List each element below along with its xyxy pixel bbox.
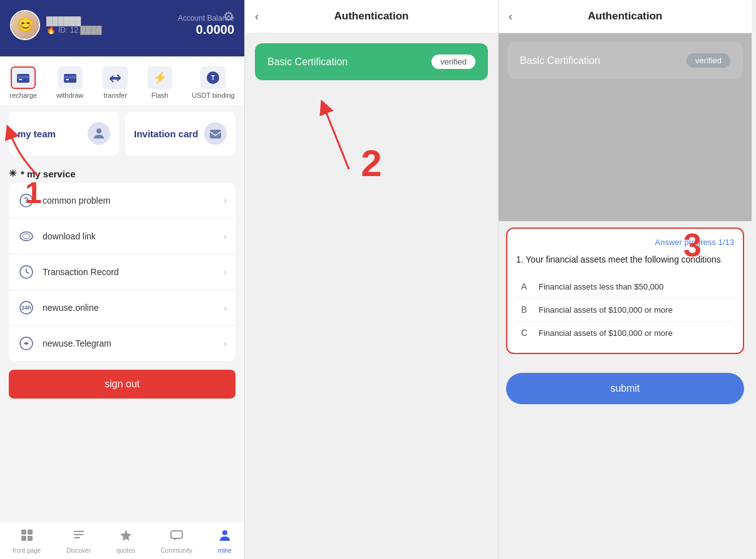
withdraw-button[interactable]: withdraw: [56, 66, 83, 99]
common-problem-icon: ?: [18, 192, 35, 209]
transaction-record-arrow: ›: [224, 267, 227, 277]
discover-icon: [72, 528, 86, 545]
submit-button[interactable]: submit: [506, 373, 744, 404]
newuse-online-arrow: ›: [224, 303, 227, 313]
header-section: ⚙ 😊 ██████ 🔥 ID: 12.████ Account Balance…: [0, 0, 244, 56]
svg-text:24h: 24h: [21, 305, 31, 311]
quotes-icon: [119, 528, 133, 545]
download-link-item[interactable]: download link ›: [9, 219, 236, 254]
usdt-button[interactable]: T USDT binding: [192, 66, 234, 99]
right-cert-card: Basic Certification verified: [507, 42, 743, 79]
invitation-icon: [204, 122, 227, 145]
cert-label: Basic Certification: [267, 56, 348, 68]
nav-community[interactable]: Community: [160, 528, 192, 554]
right-header: ‹ Authentication: [499, 0, 752, 33]
my-service-header: ✳ * my service: [0, 162, 244, 183]
bottom-nav: front page Discover quotes Community min…: [0, 521, 244, 559]
right-back-button[interactable]: ‹: [509, 10, 512, 23]
common-problem-arrow: ›: [224, 196, 227, 206]
user-info: ██████ 🔥 ID: 12.████: [46, 16, 172, 34]
flash-label: Flash: [152, 91, 168, 99]
option-c-text: Financial assets of $100,000 or more: [539, 328, 673, 338]
svg-rect-24: [74, 537, 80, 538]
basic-cert-card[interactable]: Basic Certification verified: [255, 43, 488, 80]
newuse-online-icon: 24h: [18, 299, 35, 316]
action-buttons: recharge withdraw transfer ⚡ Flash T USD…: [0, 58, 244, 105]
svg-rect-9: [210, 130, 221, 138]
flash-icon: ⚡: [147, 66, 172, 89]
nav-quotes[interactable]: quotes: [117, 528, 135, 554]
svg-rect-21: [28, 536, 33, 541]
nav-mine[interactable]: mine: [218, 528, 232, 554]
gear-icon[interactable]: ⚙: [223, 9, 234, 24]
download-link-arrow: ›: [224, 231, 227, 241]
quiz-option-b[interactable]: B Financial assets of $100,000 or more: [516, 298, 734, 321]
svg-rect-22: [74, 531, 84, 532]
sign-out-button[interactable]: sign out: [9, 370, 236, 399]
withdraw-icon: [58, 66, 83, 89]
quiz-option-a[interactable]: A Financial assets less than $50,000: [516, 275, 734, 298]
newuse-online-item[interactable]: 24h newuse.online ›: [9, 290, 236, 326]
transfer-button[interactable]: transfer: [103, 66, 128, 99]
middle-content: Basic Certification verified 2: [245, 33, 498, 559]
svg-point-13: [23, 234, 30, 239]
service-list: ? common problem › download link › Trans…: [9, 183, 236, 361]
svg-point-12: [20, 232, 33, 241]
my-team-label: my team: [18, 128, 56, 139]
svg-rect-23: [74, 534, 84, 535]
middle-back-button[interactable]: ‹: [255, 10, 259, 23]
recharge-button[interactable]: recharge: [9, 66, 36, 99]
option-b-letter: B: [521, 305, 531, 315]
option-b-text: Financial assets of $100,000 or more: [539, 305, 673, 315]
front-page-label: front page: [13, 547, 41, 554]
user-row: 😊 ██████ 🔥 ID: 12.████ Account Balance 0…: [10, 10, 234, 40]
middle-title: Authentication: [334, 10, 409, 23]
option-a-letter: A: [521, 281, 531, 291]
svg-rect-1: [17, 76, 29, 78]
newuse-telegram-icon: [18, 335, 35, 352]
left-panel: ⚙ 😊 ██████ 🔥 ID: 12.████ Account Balance…: [0, 0, 244, 559]
quotes-label: quotes: [117, 547, 135, 554]
middle-panel: ‹ Authentication Basic Certification ver…: [244, 0, 498, 559]
my-service-label: * my service: [21, 169, 76, 179]
nav-discover[interactable]: Discover: [66, 528, 91, 554]
svg-rect-18: [21, 530, 26, 535]
download-link-label: download link: [43, 231, 216, 241]
common-problem-item[interactable]: ? common problem ›: [9, 183, 236, 219]
common-problem-label: common problem: [43, 196, 216, 206]
right-cert-badge: verified: [686, 53, 730, 68]
quiz-section: Answer progress 1/13 1. Your financial a…: [506, 227, 744, 354]
mine-icon: [218, 528, 232, 545]
invitation-label: Invitation card: [134, 128, 199, 139]
transfer-icon: [103, 66, 128, 89]
transfer-label: transfer: [104, 91, 127, 99]
nav-front-page[interactable]: front page: [13, 528, 41, 554]
svg-rect-19: [28, 530, 33, 535]
svg-text:T: T: [211, 75, 215, 81]
quiz-option-c[interactable]: C Financial assets of $100,000 or more: [516, 321, 734, 344]
flash-button[interactable]: ⚡ Flash: [147, 66, 172, 99]
option-a-text: Financial assets less than $50,000: [539, 282, 663, 291]
transaction-record-item[interactable]: Transaction Record ›: [9, 254, 236, 290]
recharge-icon: [11, 66, 36, 89]
svg-rect-4: [64, 76, 76, 78]
svg-point-8: [96, 128, 101, 133]
community-icon: [170, 528, 184, 545]
svg-rect-2: [19, 79, 22, 80]
newuse-telegram-label: newuse.Telegram: [43, 338, 216, 348]
service-star-icon: ✳: [9, 168, 17, 179]
option-c-letter: C: [521, 328, 531, 338]
discover-label: Discover: [66, 547, 91, 554]
invitation-card[interactable]: Invitation card: [125, 112, 236, 155]
newuse-telegram-item[interactable]: newuse.Telegram ›: [9, 326, 236, 361]
middle-header: ‹ Authentication: [245, 0, 498, 33]
download-link-icon: [18, 227, 35, 245]
community-label: Community: [160, 547, 192, 554]
cards-row: my team Invitation card: [0, 105, 244, 162]
svg-rect-25: [171, 531, 182, 538]
svg-text:?: ?: [24, 196, 28, 205]
my-team-card[interactable]: my team: [9, 112, 119, 155]
user-name: ██████: [46, 16, 172, 26]
gray-image-area: Basic Certification verified: [499, 33, 752, 221]
withdraw-label: withdraw: [56, 91, 83, 99]
